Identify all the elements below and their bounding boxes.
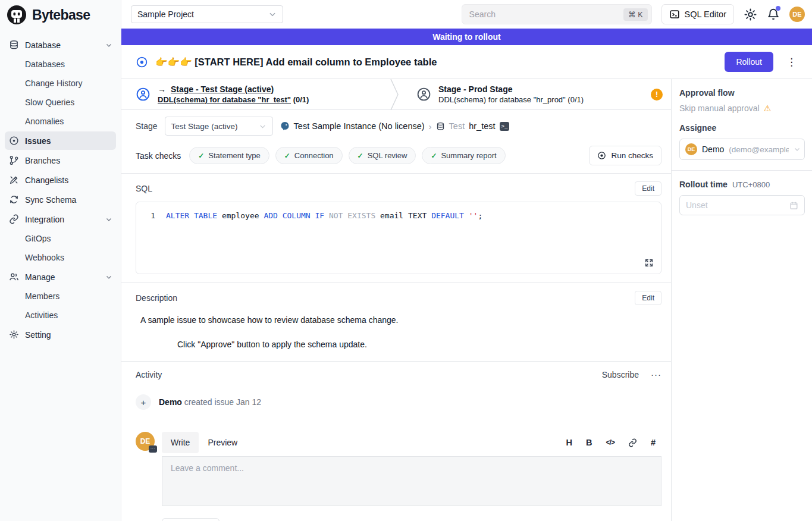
check-pill-statement-type[interactable]: ✓Statement type bbox=[189, 147, 269, 164]
sidebar-item-branches[interactable]: Branches bbox=[5, 151, 116, 170]
rollout-button[interactable]: Rollout bbox=[725, 52, 773, 72]
issue-open-status-icon bbox=[136, 56, 148, 68]
heading-format-button[interactable]: H bbox=[566, 438, 572, 447]
task-checks-row: Task checks ✓Statement type ✓Connection … bbox=[121, 141, 671, 174]
check-success-icon: ✓ bbox=[198, 152, 204, 160]
sql-heading: SQL bbox=[136, 184, 152, 193]
sidebar-item-label: Change History bbox=[25, 79, 83, 88]
sidebar-item-label: Databases bbox=[25, 59, 65, 69]
sidebar-item-anomalies[interactable]: Anomalies bbox=[5, 112, 116, 130]
kebab-menu-button[interactable]: ⋮ bbox=[780, 56, 802, 68]
bold-format-button[interactable]: B bbox=[586, 438, 592, 447]
stage-task-count: (0/1) bbox=[568, 95, 584, 104]
activity-event: + Demo created issue Jan 12 bbox=[136, 394, 661, 410]
rollout-time-input[interactable]: Unset bbox=[679, 195, 805, 215]
git-branch-icon bbox=[8, 155, 19, 165]
check-pill-sql-review[interactable]: ✓SQL review bbox=[349, 147, 416, 164]
sidebar-item-change-history[interactable]: Change History bbox=[5, 74, 116, 92]
user-avatar[interactable]: DE bbox=[789, 7, 805, 22]
comment-editor: Write Preview H B </> # Comment bbox=[162, 432, 661, 521]
brand-header[interactable]: Bytebase bbox=[0, 0, 121, 30]
stage-card-prod[interactable]: Stage - Prod Stage DDL(schema) for datab… bbox=[402, 79, 671, 109]
sql-edit-button[interactable]: Edit bbox=[635, 181, 661, 196]
speech-bubble-icon: ··· bbox=[149, 445, 157, 453]
instance-link[interactable]: Test Sample Instance (No license) bbox=[294, 121, 425, 131]
gear-icon bbox=[8, 329, 19, 340]
left-sidebar: Bytebase Database Databases Change Histo… bbox=[0, 0, 121, 521]
sidebar-item-changelists[interactable]: Changelists bbox=[5, 171, 116, 189]
tab-preview[interactable]: Preview bbox=[199, 432, 246, 453]
current-stage-arrow: → bbox=[158, 84, 166, 94]
search-shortcut-kbd: ⌘ K bbox=[623, 8, 647, 21]
sidebar-item-sync-schema[interactable]: Sync Schema bbox=[5, 190, 116, 209]
topbar: Sample Project ⌘ K SQL Editor DE bbox=[121, 0, 812, 29]
subscribe-button[interactable]: Subscribe bbox=[602, 370, 639, 379]
person-circle-icon bbox=[416, 87, 431, 102]
project-select-value: Sample Project bbox=[137, 10, 194, 19]
stage-card-test[interactable]: →Stage - Test Stage (active) DDL(schema)… bbox=[121, 79, 390, 109]
open-sql-editor-badge[interactable]: >_ bbox=[500, 122, 510, 131]
main-area: Sample Project ⌘ K SQL Editor DE Waiting… bbox=[121, 0, 812, 521]
sidebar-item-members[interactable]: Members bbox=[5, 287, 116, 305]
sidebar-item-label: Database bbox=[25, 40, 61, 50]
sidebar-item-activities[interactable]: Activities bbox=[5, 306, 116, 324]
line-number: 1 bbox=[143, 211, 155, 221]
notifications-bell-button[interactable] bbox=[767, 8, 780, 21]
run-checks-button[interactable]: Run checks bbox=[589, 146, 661, 165]
sidebar-item-slow-queries[interactable]: Slow Queries bbox=[5, 93, 116, 111]
check-success-icon: ✓ bbox=[431, 152, 437, 160]
sidebar-item-manage[interactable]: Manage bbox=[5, 268, 116, 286]
search-box[interactable]: ⌘ K bbox=[462, 4, 652, 24]
comment-editor-area: DE ··· Write Preview H B </> bbox=[136, 432, 661, 521]
assignee-select[interactable]: DE Demo (demo@example bbox=[679, 139, 805, 160]
sidebar-item-setting[interactable]: Setting bbox=[5, 325, 116, 344]
assignee-email: (demo@example bbox=[729, 145, 789, 154]
sql-editor-button[interactable]: SQL Editor bbox=[661, 4, 734, 24]
sidebar-item-database[interactable]: Database bbox=[5, 36, 116, 54]
chevron-down-icon bbox=[105, 216, 112, 223]
sidebar-item-gitops[interactable]: GitOps bbox=[5, 230, 116, 247]
check-pill-connection[interactable]: ✓Connection bbox=[275, 147, 343, 164]
sidebar-item-label: Integration bbox=[25, 215, 64, 224]
stage-task-link[interactable]: DDL(schema) for database "hr_test" bbox=[158, 95, 291, 104]
check-pill-summary-report[interactable]: ✓Summary report bbox=[422, 147, 505, 164]
stage-card-text: Stage - Prod Stage DDL(schema) for datab… bbox=[438, 84, 584, 104]
rollout-time-title: Rollout time bbox=[679, 180, 728, 189]
sidebar-item-integration[interactable]: Integration bbox=[5, 210, 116, 228]
database-breadcrumb: Test Sample Instance (No license) › Test… bbox=[280, 121, 510, 131]
stage-select-value: Test Stage (active) bbox=[171, 122, 238, 131]
sql-statement: ALTER TABLE employee ADD COLUMN IF NOT E… bbox=[166, 211, 482, 221]
link-format-button[interactable] bbox=[628, 438, 637, 447]
activity-heading: Activity bbox=[136, 370, 162, 379]
stage-select[interactable]: Test Stage (active) bbox=[165, 117, 273, 136]
sql-editor[interactable]: 1 ALTER TABLE employee ADD COLUMN IF NOT… bbox=[136, 202, 661, 274]
expand-fullscreen-icon[interactable] bbox=[644, 258, 654, 268]
comment-submit-button[interactable]: Comment bbox=[162, 518, 220, 521]
stage-card-text: →Stage - Test Stage (active) DDL(schema)… bbox=[158, 84, 309, 104]
approval-flow-title: Approval flow bbox=[679, 88, 805, 98]
sidebar-item-label: Slow Queries bbox=[25, 98, 74, 107]
description-edit-button[interactable]: Edit bbox=[635, 291, 661, 305]
sidebar-item-label: Webhooks bbox=[25, 253, 64, 262]
tab-write[interactable]: Write bbox=[162, 432, 199, 453]
settings-gear-button[interactable] bbox=[744, 8, 757, 21]
assignee-block: Assignee DE Demo (demo@example bbox=[679, 123, 805, 160]
stage-selector-row: Stage Test Stage (active) Test Sample In… bbox=[121, 110, 671, 141]
more-options-button[interactable]: ··· bbox=[651, 369, 661, 379]
project-select[interactable]: Sample Project bbox=[131, 5, 283, 23]
sidebar-item-databases[interactable]: Databases bbox=[5, 55, 116, 73]
sidebar-item-issues[interactable]: Issues bbox=[5, 131, 116, 150]
hash-format-button[interactable]: # bbox=[651, 438, 656, 447]
sync-refresh-icon bbox=[8, 194, 19, 205]
stage-selector-label: Stage bbox=[136, 121, 158, 131]
code-format-button[interactable]: </> bbox=[606, 438, 615, 447]
notification-dot bbox=[776, 6, 780, 11]
database-link[interactable]: hr_test bbox=[469, 121, 495, 131]
check-pill-label: Connection bbox=[294, 151, 334, 160]
format-toolbar: H B </> # bbox=[566, 438, 661, 447]
comment-input[interactable] bbox=[162, 456, 661, 506]
search-input[interactable] bbox=[469, 10, 624, 19]
sql-section: SQL Edit 1 ALTER TABLE employee ADD COLU… bbox=[121, 174, 671, 283]
rollout-time-placeholder: Unset bbox=[686, 200, 708, 210]
sidebar-item-webhooks[interactable]: Webhooks bbox=[5, 249, 116, 266]
